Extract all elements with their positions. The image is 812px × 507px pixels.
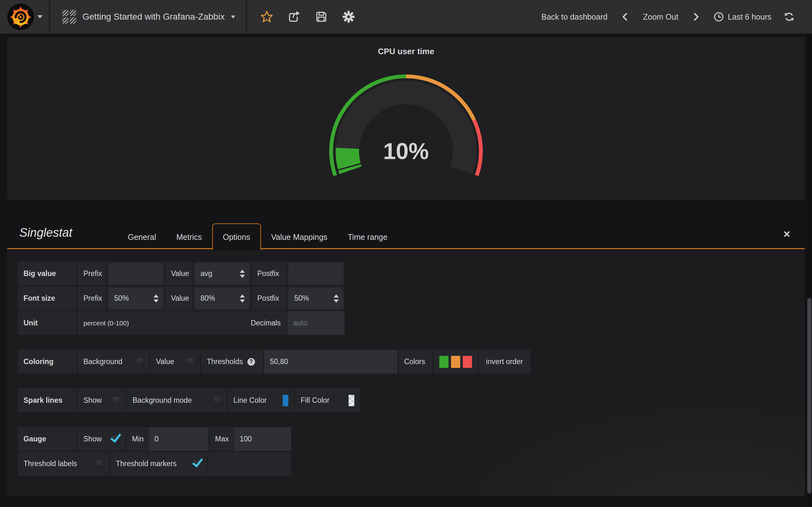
caret-down-icon [231,15,235,18]
threshold-color-swatch-orange[interactable] [451,356,460,368]
fill-color-label: Fill Color [301,396,329,405]
background-toggle-cell: Background [78,350,149,374]
dashboard-title: Getting Started with Grafana-Zabbix [83,12,224,22]
gauge-show-checkbox[interactable] [111,435,119,443]
color-swatches-cell [434,350,478,374]
spark-show-checkbox[interactable] [112,396,120,405]
top-navbar: Getting Started with Grafana-Zabbix [0,0,812,34]
close-editor-button[interactable]: × [783,228,790,240]
empty-cell [208,452,291,475]
thresholds-input[interactable] [270,357,392,366]
value-color-checkbox[interactable] [186,358,194,366]
invert-order-link[interactable]: invert order [478,350,530,374]
gauge-row: Gauge Show Min Max [18,427,805,451]
time-shift-left-button[interactable] [619,10,631,23]
clock-icon [714,12,724,22]
fill-color-swatch[interactable] [349,395,354,406]
value-color-toggle-cell: Value [150,350,200,374]
coloring-row-label: Coloring [18,350,77,374]
gauge-min-input[interactable] [154,435,203,443]
postfix-label: Postfix [252,286,287,310]
tab-general[interactable]: General [118,225,166,249]
panel-editor-tabbar: Singlestat General Metrics Options Value… [7,220,805,249]
save-icon [315,10,328,23]
tab-metrics[interactable]: Metrics [166,225,212,249]
postfix-input-cell [287,262,345,285]
zoom-out-button[interactable]: Zoom Out [643,12,678,21]
tab-time-range[interactable]: Time range [338,225,398,249]
thresholds-label-cell: Thresholds ? [201,350,263,374]
background-checkbox[interactable] [136,358,144,366]
caret-down-icon [38,15,43,18]
prefix-size-select[interactable]: 50% [108,288,163,309]
threshold-color-swatch-red[interactable] [463,356,472,368]
big-value-postfix-input[interactable] [294,269,338,278]
postfix-size-cell: 50% [287,286,345,310]
star-button[interactable] [260,10,273,23]
dashboard-grid-icon [62,10,76,24]
chevron-left-icon [621,12,629,21]
select-arrows-icon [154,294,159,302]
spark-show-label: Show [84,396,102,405]
big-value-row: Big value Prefix Value avg Postfix [18,262,805,285]
prefix-input-cell [107,262,164,285]
singlestat-panel: CPU user time 10% [7,37,805,200]
back-to-dashboard-link[interactable]: Back to dashboard [542,12,607,21]
threshold-markers-checkbox[interactable] [193,460,201,468]
big-value-row-label: Big value [18,262,77,285]
line-color-label: Line Color [234,396,267,405]
dashboard-actions [247,10,355,23]
spark-lines-row: Spark lines Show Background mode Line Co… [18,389,805,412]
refresh-button[interactable] [783,10,796,23]
prefix-label: Prefix [78,286,106,310]
settings-button[interactable] [342,10,355,23]
value-options-group: Big value Prefix Value avg Postfix [18,249,805,335]
share-icon [288,10,300,23]
value-size-select[interactable]: 80% [195,288,249,309]
chevron-right-icon [692,12,700,21]
postfix-size-selected: 50% [294,294,309,302]
spark-lines-row-label: Spark lines [18,389,77,412]
select-arrows-icon [240,294,245,302]
value-function-select[interactable]: avg [195,263,249,284]
tab-options[interactable]: Options [212,223,261,250]
time-range-label: Last 6 hours [728,12,771,21]
gear-icon [342,10,355,23]
time-shift-right-button[interactable] [690,10,702,23]
line-color-cell: Line Color [228,389,294,412]
star-icon [260,10,273,23]
big-value-prefix-input[interactable] [114,269,157,278]
unit-value-link[interactable]: percent (0-100) [84,320,129,327]
threshold-color-swatch-green[interactable] [439,356,449,368]
editor-tabs: General Metrics Options Value Mappings T… [118,222,398,249]
scrollbar-thumb[interactable] [807,298,811,494]
gauge-max-cell: Max [209,427,291,451]
share-button[interactable] [288,10,300,23]
min-label: Min [126,427,149,451]
unit-row: Unit percent (0-100) Decimals [18,311,805,335]
value-color-label: Value [156,357,174,366]
threshold-markers-cell: Threshold markers [110,452,207,475]
value-size-cell: 80% [194,286,251,310]
help-icon[interactable]: ? [247,358,255,366]
decimals-input[interactable] [293,319,339,327]
gauge-max-input[interactable] [240,435,286,443]
time-range-picker[interactable]: Last 6 hours [714,12,771,22]
gauge-show-cell: Show [78,427,125,451]
grafana-logo-icon [7,3,34,31]
value-size-selected: 80% [200,294,215,302]
colors-label: Colors [398,350,433,374]
spark-lines-group: Spark lines Show Background mode Line Co… [18,375,805,412]
thresholds-label: Thresholds [207,357,243,366]
background-mode-cell: Background mode [127,389,227,412]
grafana-menu-button[interactable] [0,0,50,34]
thresholds-input-cell [264,350,397,374]
postfix-size-select[interactable]: 50% [289,288,343,309]
line-color-swatch[interactable] [283,395,288,406]
tab-value-mappings[interactable]: Value Mappings [261,225,338,249]
save-button[interactable] [315,10,328,23]
dashboard-title-dropdown[interactable]: Getting Started with Grafana-Zabbix [50,0,247,34]
threshold-labels-checkbox[interactable] [95,460,103,468]
unit-cell: percent (0-100) Decimals [78,311,287,335]
background-mode-checkbox[interactable] [213,396,221,405]
